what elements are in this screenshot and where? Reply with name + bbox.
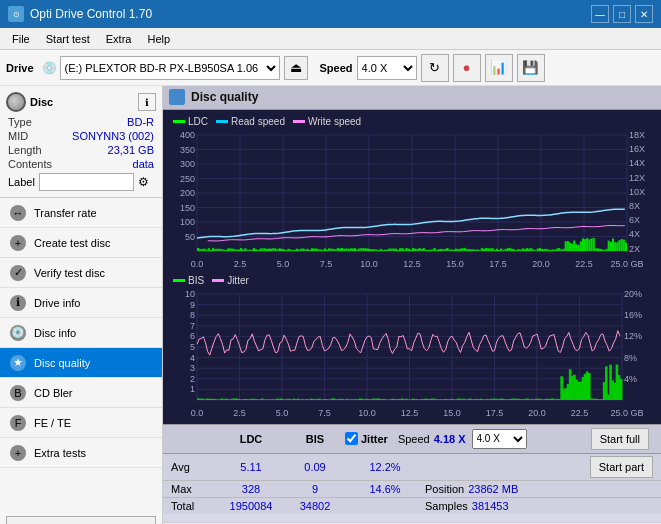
minimize-button[interactable]: —: [591, 5, 609, 23]
close-button[interactable]: ✕: [635, 5, 653, 23]
type-label: Type: [8, 116, 32, 128]
disc-length-row: Length 23,31 GB: [6, 144, 156, 156]
top-chart-legend: LDC Read speed Write speed: [167, 114, 657, 129]
disc-info-btn[interactable]: ℹ: [138, 93, 156, 111]
graph-button[interactable]: 📊: [485, 54, 513, 82]
jitter-col-header: Jitter: [361, 433, 388, 445]
title-bar: ⊙ Opti Drive Control 1.70 — □ ✕: [0, 0, 661, 28]
disc-icon: [6, 92, 26, 112]
start-full-button[interactable]: Start full: [591, 428, 649, 450]
maximize-button[interactable]: □: [613, 5, 631, 23]
nav-label-extra-tests: Extra tests: [34, 447, 86, 459]
stats-bar: LDC BIS Jitter Speed 4.18 X 4.0 X Start …: [163, 424, 661, 523]
label-edit-icon[interactable]: ⚙: [138, 175, 149, 189]
transfer-rate-icon: ↔: [10, 205, 26, 221]
nav-label-drive-info: Drive info: [34, 297, 80, 309]
menu-help[interactable]: Help: [139, 31, 178, 47]
window-controls: — □ ✕: [591, 5, 653, 23]
disc-quality-icon: ★: [10, 355, 26, 371]
toolbar: Drive 💿 (E:) PLEXTOR BD-R PX-LB950SA 1.0…: [0, 50, 661, 86]
chart-header: Disc quality: [163, 86, 661, 110]
title-bar-left: ⊙ Opti Drive Control 1.70: [8, 6, 152, 22]
speed-select[interactable]: 4.0 X: [357, 56, 417, 80]
nav-transfer-rate[interactable]: ↔ Transfer rate: [0, 198, 162, 228]
nav-disc-info[interactable]: 💿 Disc info: [0, 318, 162, 348]
menu-bar: File Start test Extra Help: [0, 28, 661, 50]
drive-info-icon: ℹ: [10, 295, 26, 311]
avg-label: Avg: [171, 461, 217, 473]
label-label: Label: [8, 176, 35, 188]
type-value: BD-R: [127, 116, 154, 128]
menu-file[interactable]: File: [4, 31, 38, 47]
nav-fe-te[interactable]: F FE / TE: [0, 408, 162, 438]
chart-title: Disc quality: [191, 90, 258, 104]
speed-label: Speed: [320, 62, 353, 74]
write-speed-legend: Write speed: [293, 116, 361, 127]
samples-value: 381453: [472, 500, 509, 512]
speed-col-select[interactable]: 4.0 X: [472, 429, 527, 449]
position-label: Position: [425, 483, 464, 495]
disc-button[interactable]: ●: [453, 54, 481, 82]
mid-value: SONYNN3 (002): [72, 130, 154, 142]
length-label: Length: [8, 144, 42, 156]
nav-label-cd-bler: CD Bler: [34, 387, 73, 399]
status-window-button[interactable]: Status window >>: [6, 516, 156, 524]
jitter-legend: Jitter: [212, 275, 249, 286]
ldc-col-header: LDC: [217, 433, 285, 445]
position-value: 23862 MB: [468, 483, 518, 495]
disc-header: Disc ℹ: [6, 92, 156, 112]
nav-cd-bler[interactable]: B CD Bler: [0, 378, 162, 408]
disc-mid-row: MID SONYNN3 (002): [6, 130, 156, 142]
avg-jitter: 12.2%: [345, 461, 425, 473]
contents-value: data: [133, 158, 154, 170]
menu-extra[interactable]: Extra: [98, 31, 140, 47]
avg-ldc: 5.11: [217, 461, 285, 473]
bottom-chart-canvas: [167, 290, 657, 420]
save-button[interactable]: 💾: [517, 54, 545, 82]
eject-button[interactable]: ⏏: [284, 56, 308, 80]
disc-panel: Disc ℹ Type BD-R MID SONYNN3 (002) Lengt…: [0, 86, 162, 198]
nav-label-disc-info: Disc info: [34, 327, 76, 339]
create-test-disc-icon: +: [10, 235, 26, 251]
label-input[interactable]: [39, 173, 134, 191]
total-bis: 34802: [285, 500, 345, 512]
nav-label-create-test-disc: Create test disc: [34, 237, 110, 249]
menu-start-test[interactable]: Start test: [38, 31, 98, 47]
bis-legend: BIS: [173, 275, 204, 286]
nav-create-test-disc[interactable]: + Create test disc: [0, 228, 162, 258]
max-bis: 9: [285, 483, 345, 495]
max-ldc: 328: [217, 483, 285, 495]
avg-bis: 0.09: [285, 461, 345, 473]
bis-col-header: BIS: [285, 433, 345, 445]
charts-area: LDC Read speed Write speed BIS: [163, 110, 661, 424]
nav-extra-tests[interactable]: + Extra tests: [0, 438, 162, 468]
cd-bler-icon: B: [10, 385, 26, 401]
jitter-checkbox[interactable]: [345, 432, 358, 445]
disc-type-row: Type BD-R: [6, 116, 156, 128]
nav-disc-quality[interactable]: ★ Disc quality: [0, 348, 162, 378]
start-part-button[interactable]: Start part: [590, 456, 653, 478]
disc-panel-title: Disc: [30, 96, 53, 108]
content-area: Disc quality LDC Read speed Write speed: [163, 86, 661, 524]
length-value: 23,31 GB: [108, 144, 154, 156]
disc-label-row: Label ⚙: [6, 173, 156, 191]
nav-label-disc-quality: Disc quality: [34, 357, 90, 369]
nav-label-verify-test-disc: Verify test disc: [34, 267, 105, 279]
disc-contents-row: Contents data: [6, 158, 156, 170]
max-label: Max: [171, 483, 217, 495]
drive-label: Drive: [6, 62, 34, 74]
total-label: Total: [171, 500, 217, 512]
drive-select[interactable]: (E:) PLEXTOR BD-R PX-LB950SA 1.06: [60, 56, 280, 80]
samples-label: Samples: [425, 500, 468, 512]
speed-value: 4.18 X: [434, 433, 466, 445]
max-jitter: 14.6%: [345, 483, 425, 495]
top-chart-canvas: [167, 131, 657, 271]
bottom-chart-legend: BIS Jitter: [167, 273, 657, 288]
app-icon: ⊙: [8, 6, 24, 22]
mid-label: MID: [8, 130, 28, 142]
extra-tests-icon: +: [10, 445, 26, 461]
nav-drive-info[interactable]: ℹ Drive info: [0, 288, 162, 318]
nav-verify-test-disc[interactable]: ✓ Verify test disc: [0, 258, 162, 288]
ldc-legend: LDC: [173, 116, 208, 127]
refresh-button[interactable]: ↻: [421, 54, 449, 82]
